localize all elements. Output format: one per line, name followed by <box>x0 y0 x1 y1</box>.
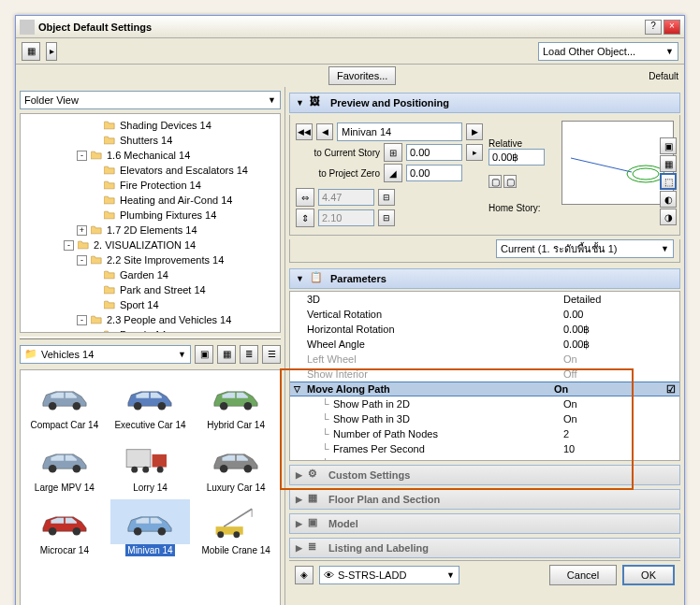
splitter[interactable] <box>20 337 281 339</box>
thumb-label: Luxury Car 14 <box>205 482 268 494</box>
mirror-x-button[interactable]: ▢ <box>489 175 502 188</box>
cancel-button[interactable]: Cancel <box>549 565 617 585</box>
view-list-icon[interactable]: ≣ <box>240 345 258 364</box>
tree-node[interactable]: Sport 14 <box>24 297 276 312</box>
view-side-button[interactable]: ◐ <box>660 191 677 208</box>
param-row[interactable]: ▽Move Along PathOn☑ <box>290 382 679 396</box>
app-icon <box>20 20 35 35</box>
object-name-label: Minivan 14 <box>342 126 391 137</box>
tree-node[interactable]: Heating and Air-Cond 14 <box>24 193 276 208</box>
param-row[interactable]: └Frames Per Second10 <box>290 441 679 456</box>
tree-node[interactable]: -2.3 People and Vehicles 14 <box>24 312 276 327</box>
folder-icon <box>103 299 116 310</box>
ok-button[interactable]: OK <box>622 565 675 585</box>
view-front-button[interactable]: ◑ <box>660 209 677 225</box>
height-icon[interactable]: ⇕ <box>296 209 314 227</box>
load-other-dropdown[interactable]: Load Other Object... ▼ <box>538 42 678 61</box>
svg-point-2 <box>134 402 142 411</box>
param-row[interactable]: └Show Path in 3DOn <box>290 411 679 426</box>
param-row[interactable]: Show InteriorOff <box>290 367 679 382</box>
favorites-label: Favorites... <box>337 70 387 81</box>
param-value: 0.00฿ <box>563 324 676 336</box>
thumb-folder-dropdown[interactable]: 📁 Vehicles 14 ▼ <box>20 345 191 364</box>
link-1-button[interactable]: ⊟ <box>378 189 395 206</box>
tree-node[interactable]: Park and Street 14 <box>24 282 276 297</box>
tree-node[interactable]: Elevators and Escalators 14 <box>24 163 276 178</box>
folder-tree[interactable]: Shading Devices 14Shutters 14-1.6 Mechan… <box>20 113 281 333</box>
to-project-zero-label: to Project Zero <box>296 168 380 179</box>
param-row[interactable]: Horizontal Rotation0.00฿ <box>290 322 679 337</box>
mirror-y-button[interactable]: ▢ <box>503 175 517 188</box>
current-story-input[interactable]: 0.00 <box>406 144 462 161</box>
object-thumbnail[interactable]: Lorry 14 <box>109 435 193 496</box>
tree-label: Shading Devices 14 <box>120 120 211 131</box>
home-story-dropdown[interactable]: Current (1. ระดับพื้นชั้น 1) ▼ <box>496 239 674 258</box>
width-icon[interactable]: ⇔ <box>296 188 314 207</box>
tree-node[interactable]: Fire Protection 14 <box>24 178 276 193</box>
expand-button[interactable]: ▸ <box>46 42 57 61</box>
svg-rect-8 <box>127 449 152 467</box>
link-2-button[interactable]: ⊟ <box>378 209 395 226</box>
param-row[interactable]: └Show Path in 2DOn <box>290 396 679 411</box>
view-details-icon[interactable]: ☰ <box>262 345 281 364</box>
favorites-button[interactable]: Favorites... <box>328 66 396 85</box>
section-preview-title: Preview and Positioning <box>330 97 449 108</box>
param-row[interactable]: └Number of Path Nodes2 <box>290 426 679 441</box>
section-model-header[interactable]: ▶▣Model <box>289 513 680 534</box>
project-zero-input[interactable]: 0.00 <box>406 165 462 181</box>
section-preview-header[interactable]: ▼ 🖼 Preview and Positioning <box>289 93 680 113</box>
param-value: 0.00฿ <box>563 339 676 351</box>
section-custom-header[interactable]: ▶⚙Custom Settings <box>289 465 680 485</box>
thumb-label: Mobile Crane 14 <box>199 544 271 556</box>
view-large-icon[interactable]: ▣ <box>195 345 213 364</box>
section-floor-header[interactable]: ▶▦Floor Plan and Section <box>289 489 680 510</box>
svg-point-4 <box>220 402 228 411</box>
layer-icon[interactable]: ◈ <box>295 566 314 584</box>
view-small-icon[interactable]: ▦ <box>217 345 236 364</box>
layer-dropdown[interactable]: 👁 S-STRS-LADD ▼ <box>319 566 459 584</box>
prev-button[interactable]: ◀◀ <box>296 123 313 140</box>
tree-node[interactable]: Plumbing Fixtures 14 <box>24 208 276 223</box>
relative-input[interactable]: 0.00฿ <box>489 149 545 166</box>
tree-node[interactable]: +1.7 2D Elements 14 <box>24 223 276 238</box>
param-row[interactable]: Wheel Angle0.00฿ <box>290 337 679 352</box>
param-row[interactable]: └Start Frame Index1 <box>290 456 679 461</box>
close-button[interactable]: × <box>664 20 680 35</box>
tree-node[interactable]: Garden 14 <box>24 267 276 282</box>
object-name-field[interactable]: Minivan 14 <box>337 122 462 141</box>
param-value: 10 <box>563 443 676 454</box>
object-thumbnail[interactable]: Minivan 14 <box>109 497 193 558</box>
layout-button[interactable]: ▦ <box>22 42 40 61</box>
view-top-button[interactable]: ▦ <box>660 155 677 172</box>
param-row[interactable]: 3DDetailed <box>290 292 679 307</box>
prev-one-button[interactable]: ◀ <box>316 123 333 140</box>
object-thumbnail[interactable]: Hybrid Car 14 <box>194 372 278 433</box>
object-thumbnail[interactable]: Luxury Car 14 <box>194 435 278 496</box>
object-thumbnail[interactable]: Compact Car 14 <box>22 372 107 433</box>
folder-view-dropdown[interactable]: Folder View ▼ <box>20 91 281 109</box>
param-row[interactable]: Vertical Rotation0.00 <box>290 307 679 322</box>
object-thumbnail[interactable]: Mobile Crane 14 <box>194 497 278 558</box>
tree-node[interactable]: Shading Devices 14 <box>24 118 276 133</box>
zero-icon[interactable]: ◢ <box>384 164 402 182</box>
object-thumbnail[interactable]: Large MPV 14 <box>22 435 107 496</box>
story-expand-button[interactable]: ▸ <box>466 144 483 161</box>
folder-icon <box>103 194 116 206</box>
next-button[interactable]: ▶ <box>466 123 483 140</box>
param-row[interactable]: Left WheelOn <box>290 352 679 367</box>
param-label: Wheel Angle <box>307 339 563 350</box>
view-3d-button[interactable]: ▣ <box>660 137 677 154</box>
help-button[interactable]: ? <box>645 20 662 35</box>
tree-label: Plumbing Fixtures 14 <box>120 209 216 221</box>
view-iso-button[interactable]: ⬚ <box>660 173 677 190</box>
tree-node[interactable]: Shutters 14 <box>24 133 276 148</box>
object-thumbnail[interactable]: Microcar 14 <box>22 497 107 558</box>
object-thumbnail[interactable]: Executive Car 14 <box>109 372 193 433</box>
tree-node[interactable]: -2. VISUALIZATION 14 <box>24 238 276 252</box>
story-icon[interactable]: ⊞ <box>384 143 402 162</box>
tree-node[interactable]: -2.2 Site Improvements 14 <box>24 252 276 267</box>
tree-node[interactable]: People 14 <box>24 327 276 333</box>
tree-node[interactable]: -1.6 Mechanical 14 <box>24 148 276 163</box>
section-params-header[interactable]: ▼ 📋 Parameters <box>289 268 680 289</box>
section-listing-header[interactable]: ▶≣Listing and Labeling <box>289 538 680 558</box>
